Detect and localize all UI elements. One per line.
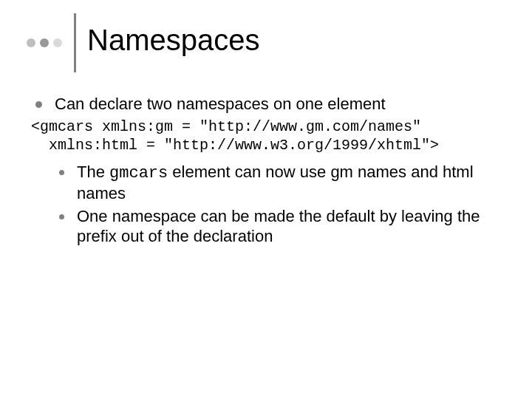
- list-item: One namespace can be made the default by…: [56, 207, 505, 247]
- list-item: Can declare two namespaces on one elemen…: [31, 95, 505, 115]
- code-line: xmlns:html = "http://www.w3.org/1999/xht…: [31, 137, 439, 154]
- bullet-text: One namespace can be made the default by…: [77, 207, 480, 245]
- header-dots: [27, 38, 62, 47]
- dot-icon: [27, 38, 35, 47]
- dot-icon: [40, 38, 49, 47]
- header-divider: [74, 13, 76, 72]
- code-inline: gmcars: [109, 164, 168, 183]
- code-block: <gmcars xmlns:gm = "http://www.gm.com/na…: [31, 117, 505, 155]
- slide: Namespaces Can declare two namespaces on…: [0, 0, 532, 399]
- bullet-list: Can declare two namespaces on one elemen…: [31, 95, 505, 115]
- list-item: The gmcars element can now use gm names …: [56, 163, 505, 204]
- dot-icon: [53, 38, 62, 47]
- slide-body: Can declare two namespaces on one elemen…: [31, 95, 505, 249]
- sub-bullet-list: The gmcars element can now use gm names …: [31, 163, 505, 246]
- slide-header: Namespaces: [27, 18, 517, 69]
- bullet-text: The: [77, 163, 109, 181]
- code-line: <gmcars xmlns:gm = "http://www.gm.com/na…: [31, 118, 421, 135]
- slide-title: Namespaces: [87, 24, 259, 56]
- bullet-text: Can declare two namespaces on one elemen…: [55, 95, 386, 113]
